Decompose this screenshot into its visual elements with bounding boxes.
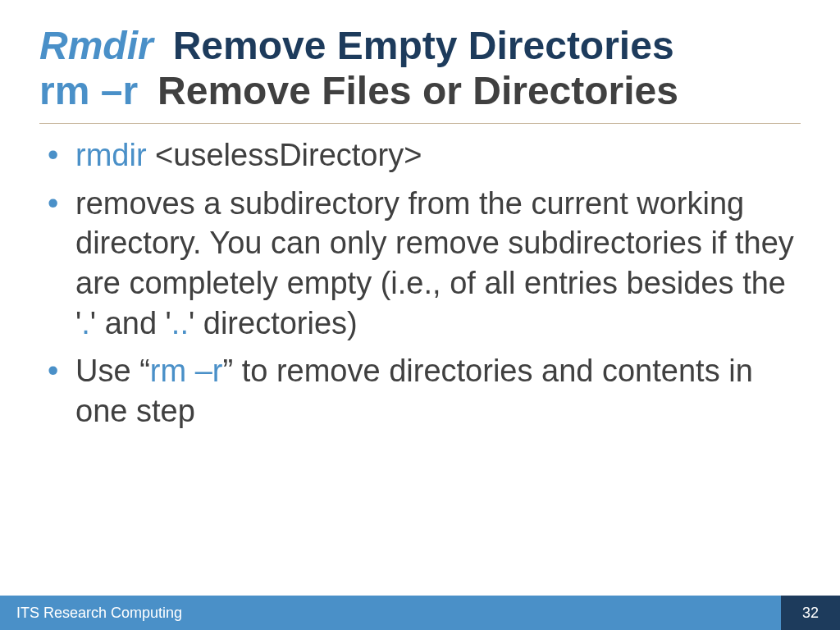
b3-text-1: Use “ <box>75 354 150 388</box>
b2-dotdot: .. <box>171 306 189 340</box>
b2-text-3: ' directories) <box>189 306 358 340</box>
slide-body: rmdir <uselessDirectory> removes a subdi… <box>0 124 840 431</box>
cmd-rmdir-arg: <uselessDirectory> <box>147 138 422 172</box>
slide-footer: ITS Research Computing 32 <box>0 596 840 630</box>
b2-dot: . <box>81 306 90 340</box>
footer-org: ITS Research Computing <box>0 596 781 630</box>
bullet-2: removes a subdirectory from the current … <box>39 184 801 344</box>
title-command-rm-r: rm –r <box>39 68 138 113</box>
bullet-1: rmdir <uselessDirectory> <box>39 135 801 176</box>
title-command-rmdir: Rmdir <box>39 23 153 68</box>
title-desc-2: Remove Files or Directories <box>158 68 678 113</box>
slide-title-block: Rmdir Remove Empty Directories rm –r Rem… <box>0 0 840 120</box>
bullet-3: Use “rm –r” to remove directories and co… <box>39 351 801 431</box>
cmd-rm-r: rm –r <box>150 354 223 388</box>
bullet-list: rmdir <uselessDirectory> removes a subdi… <box>39 135 801 431</box>
b2-text-2: ' and ' <box>90 306 171 340</box>
slide: Rmdir Remove Empty Directories rm –r Rem… <box>0 0 840 630</box>
cmd-rmdir: rmdir <box>75 138 147 172</box>
footer-page-number: 32 <box>781 596 840 630</box>
title-row-1: Rmdir Remove Empty Directories <box>39 23 801 68</box>
title-desc-1: Remove Empty Directories <box>173 23 674 68</box>
title-row-2: rm –r Remove Files or Directories <box>39 68 801 113</box>
